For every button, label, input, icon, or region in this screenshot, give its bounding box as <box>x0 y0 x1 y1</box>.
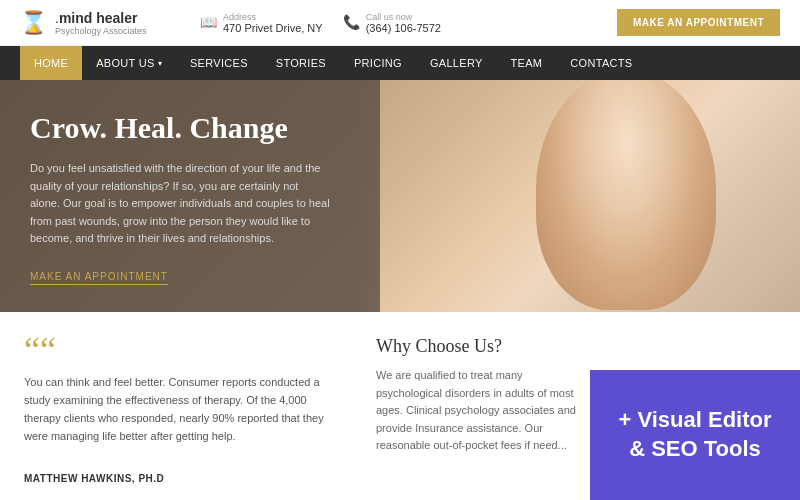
why-choose-section: Why Choose Us? We are qualified to treat… <box>360 312 600 500</box>
logo-text-wrap: .mind healer Psychology Associates <box>55 10 147 36</box>
phone-text: Call us now (364) 106-7572 <box>366 12 441 34</box>
address-area: 📖 Address 470 Privet Drive, NY <box>200 12 323 34</box>
nav-pricing[interactable]: PRICING <box>340 46 416 80</box>
hero-content: Crow. Heal. Change Do you feel unsatisfi… <box>30 110 380 285</box>
logo-name: mind healer <box>59 10 138 26</box>
nav-home[interactable]: HOME <box>20 46 82 80</box>
nav-about[interactable]: ABOUT US ▾ <box>82 46 176 80</box>
bottom-section: ““ You can think and feel better. Consum… <box>0 312 800 500</box>
quote-text: You can think and feel better. Consumer … <box>24 373 336 463</box>
header: ⌛ .mind healer Psychology Associates 📖 A… <box>0 0 800 46</box>
logo-area: ⌛ .mind healer Psychology Associates <box>20 10 180 36</box>
why-choose-title: Why Choose Us? <box>376 336 584 357</box>
address-text: Address 470 Privet Drive, NY <box>223 12 323 34</box>
address-value: 470 Privet Drive, NY <box>223 22 323 34</box>
nav-team[interactable]: TEAM <box>497 46 557 80</box>
logo-sub: Psychology Associates <box>55 26 147 36</box>
nav-stories[interactable]: STORIES <box>262 46 340 80</box>
nav-services[interactable]: SERVICES <box>176 46 262 80</box>
visual-editor-text: + Visual Editor& SEO Tools <box>618 406 771 463</box>
quote-mark: ““ <box>24 336 336 365</box>
nav-contacts[interactable]: CONTACTS <box>556 46 646 80</box>
visual-editor-badge: + Visual Editor& SEO Tools <box>590 370 800 500</box>
hero-title: Crow. Heal. Change <box>30 110 380 146</box>
phone-area: 📞 Call us now (364) 106-7572 <box>343 12 441 34</box>
hero-section: Crow. Heal. Change Do you feel unsatisfi… <box>0 80 800 312</box>
address-label: Address <box>223 12 323 22</box>
quote-section: ““ You can think and feel better. Consum… <box>0 312 360 500</box>
phone-icon: 📞 <box>343 14 360 31</box>
hero-description: Do you feel unsatisfied with the directi… <box>30 160 330 248</box>
appointment-button[interactable]: MAKE AN APPOINTMENT <box>617 9 780 36</box>
phone-label: Call us now <box>366 12 441 22</box>
quote-author: MATTHEW HAWKINS, PH.D <box>24 473 336 484</box>
nav-gallery[interactable]: GALLERY <box>416 46 497 80</box>
hero-image <box>380 80 800 312</box>
phone-value: (364) 106-7572 <box>366 22 441 34</box>
address-icon: 📖 <box>200 14 217 31</box>
why-choose-text: We are qualified to treat many psycholog… <box>376 367 584 455</box>
hero-cta-link[interactable]: MAKE AN APPOINTMENT <box>30 271 168 285</box>
main-nav: HOME ABOUT US ▾ SERVICES STORIES PRICING… <box>0 46 800 80</box>
logo-icon: ⌛ <box>20 10 47 36</box>
logo-dot: .mind healer <box>55 10 147 26</box>
